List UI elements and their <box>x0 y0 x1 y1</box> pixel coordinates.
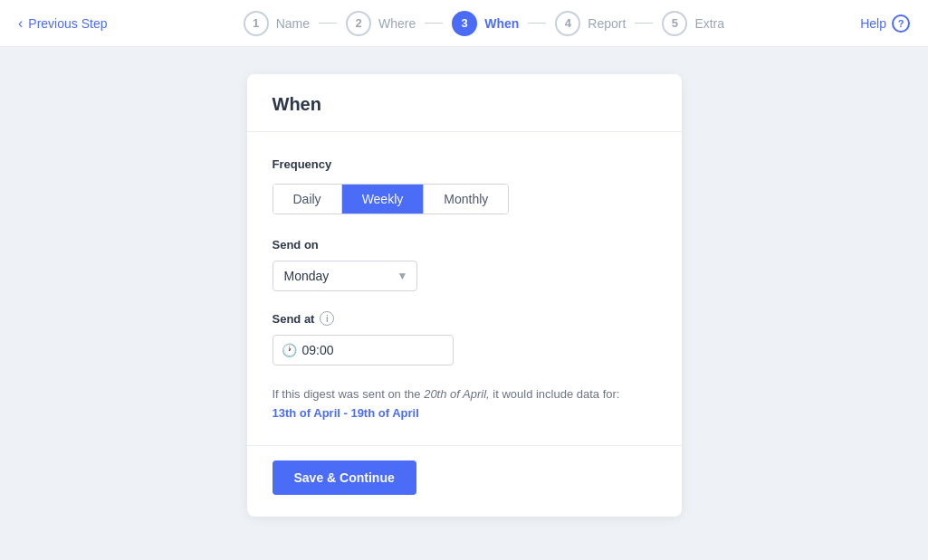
help-label: Help <box>860 16 886 31</box>
send-on-label: Send on <box>273 238 656 252</box>
freq-daily-button[interactable]: Daily <box>273 185 342 214</box>
save-continue-button[interactable]: Save & Continue <box>273 460 416 495</box>
step-separator-3 <box>528 23 546 24</box>
step-5-circle: 5 <box>662 11 687 36</box>
when-card: When Frequency Daily Weekly Monthly Send… <box>247 74 682 517</box>
freq-weekly-button[interactable]: Weekly <box>342 185 425 214</box>
freq-monthly-button[interactable]: Monthly <box>424 185 508 214</box>
step-1-circle: 1 <box>244 11 269 36</box>
step-3-label: When <box>484 16 519 31</box>
help-button[interactable]: Help ? <box>860 14 910 33</box>
step-5-label: Extra <box>694 16 724 31</box>
send-at-label: Send at i <box>273 311 656 326</box>
digest-info: If this digest was sent on the 20th of A… <box>273 385 656 423</box>
step-separator-4 <box>635 23 653 24</box>
step-3[interactable]: 3 When <box>452 11 519 36</box>
time-input[interactable] <box>273 335 454 365</box>
step-5[interactable]: 5 Extra <box>662 11 724 36</box>
card-title: When <box>273 94 656 115</box>
send-at-group: Send at i 🕐 <box>273 311 656 365</box>
clock-icon: 🕐 <box>282 343 297 357</box>
back-arrow-icon: ‹ <box>18 15 23 32</box>
step-4[interactable]: 4 Report <box>555 11 626 36</box>
card-body: Frequency Daily Weekly Monthly Send on M… <box>247 132 682 445</box>
card-footer: Save & Continue <box>247 445 682 517</box>
day-select[interactable]: Monday Tuesday Wednesday Thursday Friday… <box>273 261 417 291</box>
step-4-label: Report <box>588 16 626 31</box>
step-1-label: Name <box>276 16 310 31</box>
step-4-circle: 4 <box>555 11 580 36</box>
step-separator-2 <box>425 23 443 24</box>
step-3-circle: 3 <box>452 11 477 36</box>
frequency-toggle: Daily Weekly Monthly <box>273 184 510 214</box>
info-icon[interactable]: i <box>320 311 334 326</box>
step-2-circle: 2 <box>346 11 371 36</box>
prev-step-label: Previous Step <box>28 16 107 31</box>
steps-container: 1 Name 2 Where 3 When 4 Report 5 Extra <box>244 11 724 36</box>
top-nav: ‹ Previous Step 1 Name 2 Where 3 When 4 … <box>0 0 928 47</box>
send-on-group: Send on Monday Tuesday Wednesday Thursda… <box>273 238 656 291</box>
card-header: When <box>247 74 682 132</box>
step-2[interactable]: 2 Where <box>346 11 416 36</box>
frequency-label: Frequency <box>273 157 656 171</box>
step-separator-1 <box>319 23 337 24</box>
step-2-label: Where <box>378 16 416 31</box>
step-1[interactable]: 1 Name <box>244 11 310 36</box>
main-content: When Frequency Daily Weekly Monthly Send… <box>0 47 928 517</box>
help-icon: ? <box>892 14 910 33</box>
day-select-wrapper: Monday Tuesday Wednesday Thursday Friday… <box>273 261 417 291</box>
time-input-wrapper: 🕐 <box>273 335 454 365</box>
prev-step-link[interactable]: ‹ Previous Step <box>18 15 108 32</box>
